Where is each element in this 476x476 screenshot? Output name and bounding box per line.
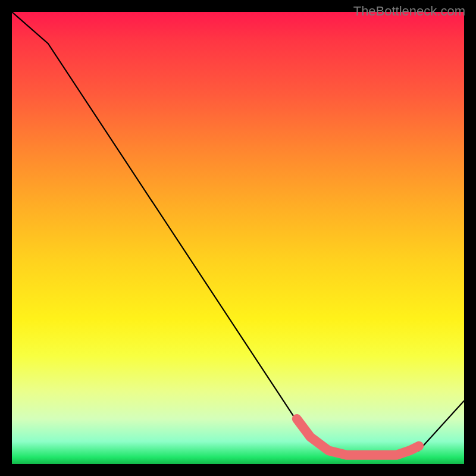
watermark-text: TheBottleneck.com <box>353 4 465 19</box>
bottleneck-curve <box>12 12 464 455</box>
chart-overlay <box>12 12 464 464</box>
optimal-zone-stroke <box>297 419 419 455</box>
